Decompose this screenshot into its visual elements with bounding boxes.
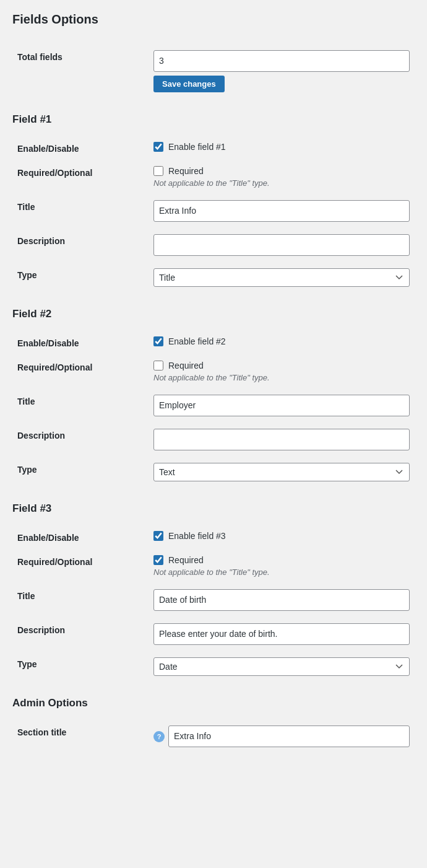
- field-2-required-label: Required/Optional: [12, 354, 149, 388]
- field-1-required-label: Required/Optional: [12, 160, 149, 194]
- field-3-type-label: Type: [12, 651, 149, 682]
- field-2-enable-checkbox[interactable]: [153, 336, 163, 346]
- field-3-enable-checkbox[interactable]: [153, 531, 163, 541]
- field-1-enable-checkbox[interactable]: [153, 142, 163, 152]
- field-3-required-checkbox[interactable]: [153, 555, 163, 565]
- field-3-type-select[interactable]: TitleTextDateSelect: [153, 657, 410, 676]
- section-title-label: Section title: [12, 719, 149, 753]
- field-2-required-text: Required: [168, 361, 204, 370]
- field-1-heading: Field #1: [12, 113, 415, 129]
- field-3-required-checkbox-label[interactable]: Required: [153, 555, 410, 565]
- field-1-description-input[interactable]: [153, 234, 410, 256]
- field-2-enable-label: Enable/Disable: [12, 330, 149, 354]
- field-3-description-label: Description: [12, 617, 149, 651]
- field-2-heading: Field #2: [12, 308, 415, 324]
- field-2-required-checkbox[interactable]: [153, 361, 163, 370]
- field-1-type-select[interactable]: TitleTextDateSelect: [153, 268, 410, 287]
- field-3-required-label: Required/Optional: [12, 549, 149, 583]
- field-3-description-input[interactable]: [153, 623, 410, 645]
- total-fields-label: Total fields: [12, 44, 149, 99]
- field-2-type-select[interactable]: TitleTextDateSelect: [153, 463, 410, 481]
- field-2-required-checkbox-label[interactable]: Required: [153, 361, 410, 370]
- total-fields-input[interactable]: [153, 50, 410, 72]
- field-1-required-checkbox-label[interactable]: Required: [153, 166, 410, 176]
- field-1-type-label: Type: [12, 262, 149, 293]
- field-3-title-label: Title: [12, 583, 149, 617]
- admin-options-heading: Admin Options: [12, 697, 415, 713]
- field-2-enable-text: Enable field #2: [168, 336, 226, 346]
- field-1-required-checkbox[interactable]: [153, 166, 163, 176]
- page-title: Fields Options: [12, 12, 415, 33]
- field-2-type-label: Type: [12, 457, 149, 488]
- field-2-description-label: Description: [12, 423, 149, 457]
- field-1-not-applicable: Not applicable to the "Title" type.: [153, 178, 410, 188]
- section-title-input[interactable]: [168, 726, 410, 747]
- field-2-not-applicable: Not applicable to the "Title" type.: [153, 373, 410, 382]
- field-2-enable-checkbox-label[interactable]: Enable field #2: [153, 336, 410, 346]
- field-1-required-text: Required: [168, 166, 204, 176]
- field-3-required-text: Required: [168, 555, 204, 565]
- field-1-title-input[interactable]: [153, 200, 410, 222]
- field-2-title-input[interactable]: [153, 395, 410, 416]
- field-3-heading: Field #3: [12, 502, 415, 519]
- field-1-title-label: Title: [12, 194, 149, 228]
- field-3-enable-label: Enable/Disable: [12, 525, 149, 549]
- field-2-description-input[interactable]: [153, 429, 410, 450]
- field-3-title-input[interactable]: [153, 589, 410, 611]
- field-1-enable-checkbox-label[interactable]: Enable field #1: [153, 142, 410, 152]
- field-3-enable-checkbox-label[interactable]: Enable field #3: [153, 531, 410, 541]
- field-1-enable-text: Enable field #1: [168, 142, 226, 152]
- field-1-enable-label: Enable/Disable: [12, 136, 149, 160]
- field-3-enable-text: Enable field #3: [168, 531, 226, 541]
- field-1-description-label: Description: [12, 228, 149, 262]
- field-3-not-applicable: Not applicable to the "Title" type.: [153, 568, 410, 577]
- save-changes-button[interactable]: Save changes: [153, 76, 225, 92]
- help-icon: ?: [153, 731, 165, 742]
- field-2-title-label: Title: [12, 388, 149, 423]
